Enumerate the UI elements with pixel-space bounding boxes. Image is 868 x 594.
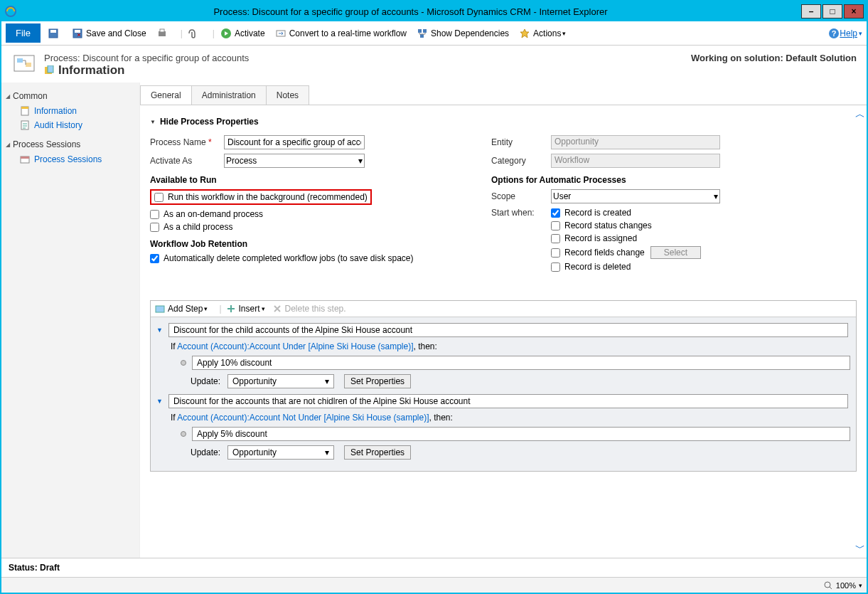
scope-label: Scope bbox=[491, 191, 551, 201]
retention-head: Workflow Job Retention bbox=[150, 239, 491, 249]
ie-icon bbox=[4, 5, 17, 18]
activate-button[interactable]: Activate bbox=[220, 28, 265, 39]
save-close-label: Save and Close bbox=[86, 28, 146, 38]
close-button[interactable]: × bbox=[844, 4, 864, 18]
update1-label: Update: bbox=[191, 376, 220, 386]
svg-rect-2 bbox=[50, 30, 56, 33]
entity-label: Entity bbox=[491, 137, 551, 147]
activate-as-label: Activate As bbox=[150, 156, 224, 166]
titlebar: Process: Discount for a specific group o… bbox=[1, 1, 867, 21]
svg-rect-4 bbox=[75, 30, 80, 33]
sw-assigned-checkbox[interactable] bbox=[551, 234, 560, 243]
condition2-link[interactable]: Account (Account):Account Not Under [Alp… bbox=[177, 413, 429, 423]
tab-administration[interactable]: Administration bbox=[191, 85, 267, 105]
save-close-button[interactable]: Save and Close bbox=[72, 28, 146, 39]
delete-step-button[interactable]: Delete this step. bbox=[272, 304, 346, 314]
run-background-label: Run this workflow in the background (rec… bbox=[168, 192, 368, 202]
start-when-label: Start when: bbox=[491, 208, 551, 218]
add-step-icon bbox=[155, 304, 165, 314]
sw-fields-checkbox[interactable] bbox=[551, 248, 560, 258]
sidebar-item-audit[interactable]: Audit History bbox=[6, 118, 135, 132]
add-step-button[interactable]: Add Step▾ bbox=[155, 304, 208, 314]
child-process-label: As a child process bbox=[164, 222, 232, 232]
sidebar-item-sessions[interactable]: Process Sessions bbox=[6, 152, 135, 166]
set-properties2-button[interactable]: Set Properties bbox=[344, 445, 411, 460]
activate-as-select[interactable]: Process▾ bbox=[224, 154, 365, 168]
step2-title-input[interactable] bbox=[168, 394, 848, 408]
file-menu[interactable]: File bbox=[6, 23, 41, 43]
breadcrumb: Process: Discount for a specific group o… bbox=[44, 53, 249, 63]
chevron-down-icon: ▾ bbox=[325, 447, 329, 457]
action2-desc-input[interactable] bbox=[192, 427, 850, 441]
maximize-button[interactable]: □ bbox=[823, 4, 842, 18]
solution-label: Working on solution: Default Solution bbox=[691, 53, 857, 63]
toolbar: File Save and Close | | Activate Convert… bbox=[1, 21, 867, 46]
convert-label: Convert to a real-time workflow bbox=[289, 28, 407, 38]
process-icon bbox=[11, 53, 37, 78]
update2-select[interactable]: Opportunity▾ bbox=[227, 445, 334, 460]
sidebar: ◢Common Information Audit History ◢Proce… bbox=[1, 83, 140, 558]
audit-icon bbox=[20, 120, 30, 130]
sidebar-section-sessions[interactable]: ◢Process Sessions bbox=[6, 139, 135, 149]
svg-rect-11 bbox=[420, 34, 424, 38]
sidebar-section-common[interactable]: ◢Common bbox=[6, 91, 135, 101]
sw-deleted-checkbox[interactable] bbox=[551, 262, 560, 272]
step-bullet-icon bbox=[181, 431, 186, 437]
scroll-indicator: ︿ ﹀ bbox=[854, 105, 867, 558]
actions-menu[interactable]: Actions ▾ bbox=[519, 28, 566, 39]
dependencies-icon bbox=[417, 28, 428, 39]
collapse-icon[interactable]: ▼ bbox=[156, 327, 163, 334]
chevron-down-icon[interactable]: ▾ bbox=[859, 582, 862, 589]
window-title: Process: Discount for a specific group o… bbox=[21, 6, 800, 17]
auto-delete-checkbox[interactable] bbox=[150, 254, 159, 263]
tab-notes[interactable]: Notes bbox=[266, 85, 309, 105]
sidebar-item-information[interactable]: Information bbox=[6, 104, 135, 118]
sw-status-checkbox[interactable] bbox=[551, 221, 560, 230]
svg-rect-15 bbox=[17, 58, 23, 63]
hide-properties-toggle[interactable]: ▼ Hide Process Properties bbox=[150, 117, 857, 127]
scroll-down-icon[interactable]: ﹀ bbox=[854, 542, 867, 555]
on-demand-checkbox[interactable] bbox=[150, 210, 159, 219]
info-icon bbox=[44, 65, 54, 75]
delete-icon bbox=[272, 304, 282, 314]
tab-general[interactable]: General bbox=[140, 85, 192, 105]
sw-created-checkbox[interactable] bbox=[551, 208, 560, 218]
svg-rect-18 bbox=[48, 65, 53, 73]
child-process-checkbox[interactable] bbox=[150, 223, 159, 232]
dependencies-label: Show Dependencies bbox=[431, 28, 509, 38]
convert-icon bbox=[275, 28, 286, 39]
dependencies-button[interactable]: Show Dependencies bbox=[417, 28, 509, 39]
chevron-down-icon: ▾ bbox=[859, 30, 862, 37]
insert-button[interactable]: Insert▾ bbox=[226, 304, 265, 314]
svg-rect-20 bbox=[21, 107, 28, 109]
zoom-icon[interactable] bbox=[823, 580, 833, 590]
run-background-checkbox[interactable] bbox=[154, 193, 164, 202]
attach-button[interactable] bbox=[186, 28, 200, 39]
update2-label: Update: bbox=[191, 447, 220, 457]
print-button[interactable] bbox=[156, 28, 171, 39]
scroll-up-icon[interactable]: ︿ bbox=[854, 108, 867, 121]
svg-rect-23 bbox=[21, 157, 29, 159]
browser-status-bar: 100% ▾ bbox=[1, 577, 867, 593]
collapse-icon[interactable]: ▼ bbox=[156, 398, 163, 405]
scope-select[interactable]: User▾ bbox=[551, 189, 720, 203]
if-condition-2: If Account (Account):Account Not Under [… bbox=[171, 413, 850, 423]
update1-select[interactable]: Opportunity▾ bbox=[227, 374, 334, 388]
set-properties1-button[interactable]: Set Properties bbox=[344, 374, 411, 388]
paperclip-icon bbox=[186, 28, 197, 39]
minimize-button[interactable]: – bbox=[801, 4, 821, 18]
highlight-box: Run this workflow in the background (rec… bbox=[150, 189, 372, 205]
condition1-link[interactable]: Account (Account):Account Under [Alpine … bbox=[177, 341, 413, 351]
options-head: Options for Automatic Processes bbox=[491, 175, 857, 185]
status-bar: Status: Draft bbox=[1, 558, 867, 577]
actions-icon bbox=[519, 28, 530, 39]
help-menu[interactable]: ? Help ▾ bbox=[828, 28, 862, 39]
action1-desc-input[interactable] bbox=[192, 356, 850, 370]
step1-title-input[interactable] bbox=[168, 323, 848, 337]
select-fields-button[interactable]: Select bbox=[650, 246, 701, 259]
save-button[interactable] bbox=[48, 28, 62, 39]
process-name-input[interactable] bbox=[224, 135, 365, 149]
convert-button[interactable]: Convert to a real-time workflow bbox=[275, 28, 407, 39]
auto-delete-label: Automatically delete completed workflow … bbox=[164, 253, 414, 263]
svg-point-25 bbox=[825, 582, 830, 588]
